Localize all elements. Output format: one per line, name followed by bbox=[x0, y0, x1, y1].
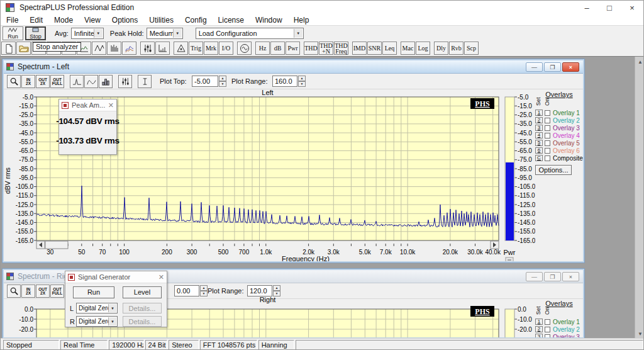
minimize-icon[interactable]: – bbox=[575, 1, 598, 14]
menu-mode[interactable]: Mode bbox=[48, 16, 79, 25]
overlay-on-checkbox[interactable] bbox=[545, 110, 550, 116]
waveform-button[interactable] bbox=[92, 42, 106, 55]
leq-button[interactable]: Leq bbox=[382, 42, 397, 55]
close-icon[interactable]: ✕ bbox=[158, 273, 164, 281]
thd-button[interactable]: THD bbox=[304, 42, 318, 55]
run-button[interactable]: Run bbox=[3, 26, 23, 40]
overlay-set-button[interactable]: 4 bbox=[535, 132, 543, 138]
overlay-on-checkbox[interactable] bbox=[545, 118, 550, 123]
left-details-button[interactable]: Details... bbox=[123, 303, 162, 313]
overlay-set-button[interactable]: 1 bbox=[535, 110, 543, 116]
overlay-on-checkbox[interactable] bbox=[545, 327, 550, 332]
plot-range-spinner[interactable]: ▲▼ bbox=[298, 76, 306, 87]
signal-generator-titlebar[interactable]: Signal Generator ✕ bbox=[65, 271, 167, 283]
menu-help[interactable]: Help bbox=[288, 16, 315, 25]
marker-tool-button[interactable] bbox=[138, 75, 152, 88]
avg-dropdown[interactable]: Infinite ▼ bbox=[71, 28, 104, 39]
minimize-icon[interactable]: — bbox=[526, 272, 543, 281]
overlay-set-button[interactable]: 6 bbox=[535, 147, 543, 154]
menu-window[interactable]: Window bbox=[250, 16, 288, 25]
close-icon[interactable]: × bbox=[621, 1, 643, 14]
overlay-set-button[interactable]: 3 bbox=[535, 125, 543, 131]
overlay-on-checkbox[interactable] bbox=[545, 140, 550, 146]
io-button[interactable]: I/O bbox=[219, 42, 233, 55]
overlay-set-button[interactable]: C bbox=[535, 155, 543, 161]
close-icon[interactable]: × bbox=[562, 272, 579, 281]
delay-button[interactable]: Dly bbox=[434, 42, 448, 55]
marker-button[interactable]: Mrk bbox=[204, 42, 218, 55]
snr-button[interactable]: SNR bbox=[367, 42, 382, 55]
minimize-icon[interactable]: — bbox=[526, 62, 543, 72]
scroll-up-icon[interactable]: ▲ bbox=[635, 57, 644, 67]
overlay-on-checkbox[interactable] bbox=[545, 133, 550, 138]
plot-peak-button[interactable] bbox=[70, 75, 84, 88]
mdi-vertical-scrollbar[interactable]: ▲ ▼ bbox=[635, 57, 644, 338]
signal-generator-button[interactable] bbox=[237, 42, 252, 55]
open-file-button[interactable] bbox=[16, 42, 31, 55]
right-signal-dropdown[interactable]: Digital Zero ▼ bbox=[76, 316, 118, 327]
overlay-set-button[interactable]: 2 bbox=[535, 326, 543, 332]
overlay-label: Overlay 4 bbox=[553, 132, 580, 139]
menu-license[interactable]: License bbox=[213, 16, 250, 25]
mixer-button[interactable] bbox=[140, 42, 155, 55]
overlay-set-button[interactable]: 3 bbox=[535, 334, 543, 338]
plot-top-spinner[interactable]: ▲▼ bbox=[219, 76, 226, 87]
menu-view[interactable]: View bbox=[79, 16, 106, 25]
spectrum-left-titlebar[interactable]: Spectrum - Left bbox=[4, 60, 583, 74]
menu-file[interactable]: File bbox=[1, 16, 24, 25]
amplitude-button[interactable]: dB bbox=[270, 42, 285, 55]
menu-edit[interactable]: Edit bbox=[24, 16, 48, 25]
generator-level-button[interactable]: Level bbox=[123, 286, 162, 298]
maximize-icon[interactable]: □ bbox=[598, 1, 621, 14]
overlay-set-button[interactable]: 2 bbox=[535, 117, 543, 123]
thd-n-button[interactable]: THD +N bbox=[319, 42, 333, 55]
thd-freq-button[interactable]: THD Freq bbox=[334, 42, 348, 55]
menu-utilities[interactable]: Utilities bbox=[143, 16, 179, 25]
overlay-on-checkbox[interactable] bbox=[545, 155, 550, 161]
zoom-out-2x-button[interactable]: OUT 2X bbox=[36, 75, 50, 88]
scroll-down-icon[interactable]: ▼ bbox=[635, 329, 644, 338]
restore-icon[interactable]: ❐ bbox=[544, 272, 561, 281]
plot-line-button[interactable] bbox=[84, 75, 98, 88]
phase-button[interactable] bbox=[174, 42, 188, 55]
open-file-icon bbox=[19, 43, 29, 54]
overlay-on-checkbox[interactable] bbox=[545, 148, 550, 154]
load-configuration-dropdown[interactable]: Load Configuration ▼ bbox=[196, 28, 304, 39]
generator-run-button[interactable]: Run bbox=[73, 286, 114, 298]
new-file-button[interactable] bbox=[1, 42, 16, 55]
zoom-tool-button[interactable] bbox=[7, 75, 21, 88]
restore-icon[interactable]: ❐ bbox=[544, 62, 561, 72]
spectrogram-button[interactable] bbox=[107, 42, 121, 55]
logging-button[interactable]: Log bbox=[416, 42, 430, 55]
menu-config[interactable]: Config bbox=[179, 16, 213, 25]
plot-top-input[interactable]: -5.00 bbox=[192, 76, 218, 87]
scope-button[interactable]: Scp bbox=[464, 42, 479, 55]
zoom-out-full-button[interactable]: OUT FULL bbox=[50, 75, 64, 88]
overlay-set-button[interactable]: 5 bbox=[535, 140, 543, 146]
reverb-button[interactable]: Rvb bbox=[449, 42, 464, 55]
trigger-button[interactable]: Trig bbox=[189, 42, 203, 55]
peak-hold-dropdown[interactable]: Medium ▼ bbox=[147, 28, 183, 39]
macro-button[interactable]: Mac bbox=[401, 42, 415, 55]
scaling-button[interactable] bbox=[155, 42, 170, 55]
overlay-on-checkbox[interactable] bbox=[545, 319, 550, 325]
menu-options[interactable]: Options bbox=[106, 16, 143, 25]
stop-button[interactable]: Stop bbox=[25, 26, 46, 40]
overlay-set-button[interactable]: 1 bbox=[535, 319, 543, 325]
svg-text:Right: Right bbox=[260, 296, 276, 303]
power-button[interactable]: Pwr bbox=[286, 42, 300, 55]
right-details-button[interactable]: Details... bbox=[123, 316, 162, 327]
surface-3d-button[interactable] bbox=[122, 42, 136, 55]
mixer-button[interactable] bbox=[118, 75, 132, 88]
plot-range-input[interactable]: 160.0 bbox=[272, 76, 297, 87]
plot-bar-button[interactable] bbox=[99, 75, 113, 88]
frequency-button[interactable]: Hz bbox=[255, 42, 270, 55]
imd-button[interactable]: IMD bbox=[352, 42, 367, 55]
close-icon[interactable]: ✕ bbox=[108, 101, 114, 110]
overlays-options-button[interactable]: Options... bbox=[535, 165, 572, 175]
overlay-on-checkbox[interactable] bbox=[545, 125, 550, 131]
left-signal-dropdown[interactable]: Digital Zero ▼ bbox=[76, 303, 118, 313]
close-icon[interactable]: × bbox=[562, 62, 579, 72]
peak-window-titlebar[interactable]: Peak Am... ✕ bbox=[59, 99, 116, 111]
zoom-in-2x-button[interactable]: IN 2X bbox=[21, 75, 35, 88]
